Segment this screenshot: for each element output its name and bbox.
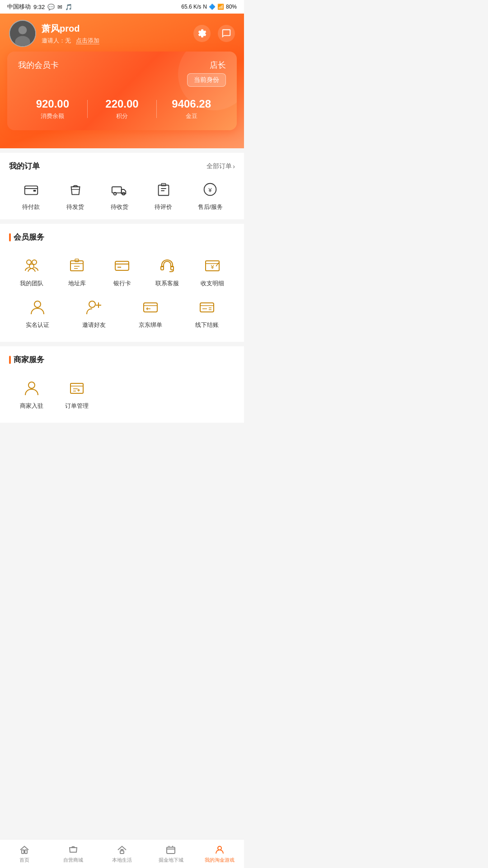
svg-point-7	[114, 193, 117, 195]
service-finance[interactable]: ¥ 收支明细	[190, 250, 235, 292]
bank-label: 银行卡	[113, 279, 131, 288]
customer-label: 联系客服	[155, 279, 179, 288]
service-address[interactable]: 地址库	[54, 250, 99, 292]
member-services-section: 会员服务 我的团队	[0, 224, 244, 342]
card-role: 店长	[187, 60, 226, 71]
card-stat-points: 220.00 积分	[88, 98, 157, 120]
svg-point-17	[29, 264, 34, 269]
orders-section: 我的订单 全部订单 › 待付款	[0, 153, 244, 219]
pending-review-label: 待评价	[155, 203, 172, 211]
card-badge[interactable]: 当前身份	[187, 73, 226, 87]
service-customer[interactable]: 联系客服	[145, 250, 190, 292]
mail-icon: ✉	[57, 4, 62, 10]
member-card: 我的会员卡 店长 当前身份 920.00 消费余额 220.00 积分	[7, 52, 237, 130]
gold-value: 9406.28	[157, 98, 226, 110]
aftersale-label: 售后/服务	[198, 203, 223, 211]
order-item-aftersale[interactable]: ¥ 售后/服务	[198, 179, 223, 211]
status-right: 65.6 K/s N 🔷 📶 80%	[181, 4, 237, 10]
order-item-pending-ship[interactable]: 待发货	[66, 179, 85, 211]
svg-rect-6	[112, 187, 122, 193]
service-jd[interactable]: 京东绑单	[122, 292, 178, 334]
service-offline[interactable]: 线下结账	[178, 292, 235, 334]
pending-ship-label: 待发货	[66, 203, 84, 211]
msg-icon: 💬	[47, 4, 55, 10]
card-stat-balance: 920.00 消费余额	[18, 98, 87, 120]
svg-rect-9	[158, 185, 169, 196]
merchant-icon	[21, 377, 42, 398]
svg-point-32	[34, 301, 41, 307]
battery-label: 80%	[226, 4, 237, 10]
status-left: 中国移动 9:32 💬 ✉ 🎵	[7, 3, 72, 11]
jd-icon	[140, 297, 161, 317]
avatar[interactable]	[9, 20, 36, 47]
points-value: 220.00	[88, 98, 157, 110]
orders-title: 我的订单	[9, 161, 40, 171]
merchant-services-title: 商家服务	[9, 354, 235, 365]
settings-button[interactable]	[193, 25, 211, 42]
svg-rect-36	[144, 303, 157, 312]
service-invite[interactable]: 邀请好友	[66, 292, 122, 334]
order-item-pending-receive[interactable]: 待收货	[109, 179, 129, 211]
service-my-team[interactable]: 我的团队	[9, 250, 54, 292]
id-icon	[27, 297, 48, 317]
finance-label: 收支明细	[201, 279, 224, 288]
svg-text:¥: ¥	[210, 264, 214, 270]
clipboard-icon	[154, 179, 174, 199]
wallet-icon	[21, 179, 41, 199]
team-icon	[21, 255, 42, 276]
balance-label: 消费余额	[18, 112, 87, 120]
service-bank[interactable]: 银行卡	[99, 250, 145, 292]
points-label: 积分	[88, 112, 157, 120]
speed-label: 65.6 K/s	[181, 4, 201, 10]
profile-invite: 邀请人：无 点击添加	[42, 37, 99, 45]
profile-info: 萧风prod 邀请人：无 点击添加	[42, 23, 99, 45]
order-item-pending-review[interactable]: 待评价	[154, 179, 174, 211]
svg-line-31	[216, 263, 219, 266]
card-stats: 920.00 消费余额 220.00 积分 9406.28 金豆	[18, 98, 226, 120]
svg-rect-46	[70, 383, 83, 393]
order-manage-label: 订单管理	[65, 402, 89, 410]
svg-point-16	[32, 260, 37, 264]
svg-rect-40	[200, 303, 214, 312]
status-bar: 中国移动 9:32 💬 ✉ 🎵 65.6 K/s N 🔷 📶 80%	[0, 0, 244, 14]
svg-rect-23	[115, 261, 129, 270]
signal-icon: 📶	[217, 4, 224, 10]
svg-point-45	[28, 382, 35, 388]
pending-pay-label: 待付款	[22, 203, 40, 211]
address-label: 地址库	[68, 279, 86, 288]
headset-icon	[157, 255, 178, 276]
message-button[interactable]	[218, 25, 235, 42]
service-merchant-join[interactable]: 商家入驻	[9, 373, 54, 415]
balance-value: 920.00	[18, 98, 87, 110]
header-bg: 萧风prod 邀请人：无 点击添加	[0, 14, 244, 148]
truck-icon	[109, 179, 129, 199]
invite-label: 邀请好友	[82, 321, 106, 329]
order-icons-row: 待付款 待发货	[9, 179, 235, 211]
time-label: 9:32	[33, 4, 45, 10]
order-manage-icon	[66, 377, 87, 398]
card-top: 我的会员卡 店长 当前身份	[18, 60, 226, 87]
team-label: 我的团队	[20, 279, 43, 288]
gold-label: 金豆	[157, 112, 226, 120]
member-services-grid-row1: 我的团队 地址库	[9, 250, 235, 292]
merchant-services-grid: 商家入驻 订单管理	[9, 373, 235, 415]
all-orders-link[interactable]: 全部订单 ›	[206, 162, 235, 170]
profile-left: 萧风prod 邀请人：无 点击添加	[9, 20, 99, 47]
orders-header: 我的订单 全部订单 ›	[9, 161, 235, 171]
nfc-icon: N	[203, 4, 207, 10]
order-item-pending-pay[interactable]: 待付款	[21, 179, 41, 211]
offline-label: 线下结账	[195, 321, 219, 329]
chevron-right-icon: ›	[233, 163, 235, 170]
member-services-title: 会员服务	[9, 232, 235, 242]
jd-label: 京东绑单	[139, 321, 162, 329]
service-order-manage[interactable]: 订单管理	[54, 373, 99, 415]
bag-icon	[66, 179, 85, 199]
profile-name: 萧风prod	[42, 23, 99, 35]
service-id-verify[interactable]: 实名认证	[9, 292, 66, 334]
svg-text:¥: ¥	[208, 187, 212, 193]
bank-icon	[112, 255, 132, 276]
id-verify-label: 实名认证	[26, 321, 49, 329]
invite-action[interactable]: 点击添加	[76, 37, 99, 44]
pending-receive-label: 待收货	[111, 203, 128, 211]
bluetooth-icon: 🔷	[209, 4, 216, 10]
